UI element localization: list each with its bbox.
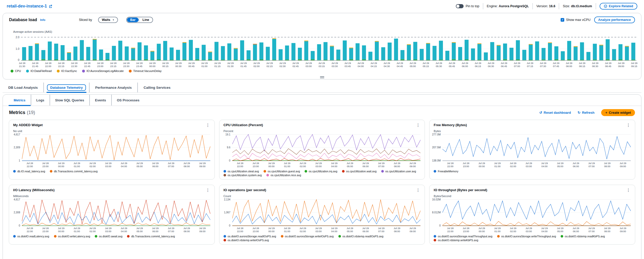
kebab-menu-icon[interactable]: ⋮ — [205, 188, 211, 192]
legend-item[interactable]: os.cpuUtilization.wait.avg — [342, 170, 377, 173]
widget-plot[interactable] — [442, 199, 631, 226]
subtab-slow-sql-queries[interactable]: Slow SQL Queries — [50, 95, 89, 106]
legend-label: os.diskIO.writeLatency.avg — [58, 235, 90, 238]
series-line — [442, 201, 631, 221]
widgets-grid: My ADDED Widget ⋮ No unit 4,617 2,309 1 … — [3, 118, 641, 249]
widget-plot[interactable] — [232, 134, 421, 161]
x-tick-label: Jul 2903:00 — [526, 162, 532, 168]
bar-toggle-option[interactable]: Bar — [127, 18, 139, 22]
legend-item[interactable]: os.diskIO.await.avg — [95, 235, 122, 238]
x-tick-label: Jul 2823:00 — [42, 227, 49, 233]
slice-dropdown[interactable]: Waits ▼ — [98, 17, 118, 23]
x-tick-label: Jul 2900:15 — [162, 62, 169, 68]
legend-item[interactable]: os.diskIO.auroraStorage.readIOsPS.avg — [224, 235, 276, 238]
widget-unit-label: Milliseconds — [9, 192, 214, 199]
series-line — [232, 149, 421, 155]
legend-label: os.diskIO.rdstemp.writeKbPS.avg — [438, 239, 478, 242]
x-tick-label: Jul 2900:45 — [188, 62, 195, 68]
legend-item[interactable]: os.cpuUtilization.nice.avg — [266, 174, 301, 177]
x-tick-label: Jul 2822:00 — [27, 227, 33, 233]
legend-item[interactable]: FreeableMemory — [434, 170, 458, 173]
x-tick-label: Jul 2904:00 — [121, 227, 127, 233]
kebab-menu-icon[interactable]: ⋮ — [626, 123, 631, 127]
telemetry-panel: Metrics Logs Slow SQL Queries Events OS … — [3, 94, 641, 259]
tab-db-load-analysis[interactable]: DB Load Analysis — [3, 83, 43, 92]
sliced-by-label: Sliced by — [79, 18, 92, 22]
widget-plot[interactable] — [22, 199, 210, 226]
legend-swatch — [57, 70, 60, 72]
tab-database-telemetry[interactable]: Database Telemetry — [43, 83, 89, 92]
x-tick-label: Jul 2903:15 — [318, 62, 325, 68]
create-widget-button[interactable]: +Create widget — [601, 109, 635, 116]
x-tick-label: Jul 2908:00 — [184, 227, 190, 233]
subtab-metrics[interactable]: Metrics — [9, 95, 31, 106]
kebab-menu-icon[interactable]: ⋮ — [415, 123, 421, 127]
widget-plot[interactable] — [22, 134, 210, 161]
legend-item[interactable]: os.diskIO.auroraStorage.writeIOsPS.avg — [281, 235, 334, 238]
refresh-button[interactable]: ↻Refresh — [578, 111, 594, 115]
legend-item[interactable]: os.cpuUtilization.irq.avg — [305, 170, 337, 173]
legend-item[interactable]: os.diskIO.rdstemp.writeIOsPS.avg — [224, 239, 269, 242]
x-tick-label: Jul 2904:00 — [331, 162, 337, 168]
y-tick: 2,134 — [224, 198, 230, 201]
kebab-menu-icon[interactable]: ⋮ — [415, 188, 421, 192]
legend-item[interactable]: IO:XactSync — [57, 69, 77, 72]
x-tick-label: Jul 2906:00 — [573, 227, 579, 233]
legend-item[interactable]: os.diskIO.readLatency.avg — [13, 235, 49, 238]
line-toggle-option[interactable]: Line — [139, 18, 152, 22]
subtab-os-processes[interactable]: OS Processes — [111, 95, 145, 106]
plus-icon: + — [605, 111, 607, 115]
x-tick-label: Jul 2909:00 — [199, 227, 205, 233]
legend-item[interactable]: db.IO.read_latency.avg — [13, 170, 45, 173]
x-tick-label: Jul 2908:45 — [605, 62, 611, 68]
widget-plot[interactable] — [442, 134, 631, 161]
divider — [559, 3, 559, 9]
legend-item[interactable]: IO:AuroraStorageLogAllocate — [82, 69, 124, 72]
legend-item[interactable]: db.Transactions.commit_latency.avg — [127, 235, 175, 238]
legend-item[interactable]: db.Transactions.commit_latency.avg — [50, 170, 98, 173]
legend-item[interactable]: os.diskIO.auroraStorage.writeThroughput.… — [497, 235, 556, 238]
legend-item[interactable]: Timeout:VacuumDelay — [129, 69, 162, 72]
y-tick: 1,067 — [224, 211, 230, 214]
x-tick-label: Jul 2905:45 — [449, 62, 455, 68]
x-tick-label: Jul 2907:15 — [527, 62, 533, 68]
legend-swatch — [127, 235, 130, 238]
legend-item[interactable]: os.cpuUtilization.system.avg — [224, 174, 262, 177]
x-tick-label: Jul 2822:45 — [84, 62, 90, 68]
info-link[interactable]: Info — [40, 18, 45, 21]
x-tick-label: Jul 2900:00 — [268, 227, 275, 233]
legend-item[interactable]: CPU — [11, 69, 21, 72]
legend-item[interactable]: os.cpuUtilization.guest.avg — [264, 170, 300, 173]
pin-to-top-toggle[interactable]: Pin to top — [456, 4, 479, 8]
legend-item[interactable]: os.diskIO.rdstemp.writeKbPS.avg — [434, 239, 478, 242]
instance-title-link[interactable]: retail-dev-instance-1 — [7, 4, 52, 9]
legend-item[interactable]: os.diskIO.writeLatency.avg — [54, 235, 90, 238]
show-max-vcpu-checkbox[interactable]: ✓ Show max vCPU — [561, 18, 590, 22]
legend-item[interactable]: IO:DataFileRead — [26, 69, 52, 72]
subtab-logs[interactable]: Logs — [31, 95, 50, 106]
telemetry-subtabs: Metrics Logs Slow SQL Queries Events OS … — [3, 95, 641, 106]
kebab-menu-icon[interactable]: ⋮ — [626, 188, 631, 192]
x-tick-label: Jul 2908:00 — [394, 162, 400, 168]
legend-item[interactable]: os.cpuUtilization.steal.avg — [224, 170, 259, 173]
db-load-plot[interactable] — [21, 35, 637, 61]
subtab-events[interactable]: Events — [89, 95, 111, 106]
tab-performance-analysis[interactable]: Performance Analysis — [89, 83, 137, 92]
resize-handle[interactable] — [320, 76, 324, 78]
widget-plot[interactable] — [232, 199, 421, 226]
x-tick-label: Jul 2822:00 — [447, 162, 454, 168]
x-tick-label: Jul 2903:00 — [105, 227, 112, 233]
tab-calling-services[interactable]: Calling Services — [137, 83, 176, 92]
explore-related-button[interactable]: Explore Related — [600, 3, 637, 10]
legend-item[interactable]: os.diskIO.auroraStorage.readThroughput.a… — [434, 235, 492, 238]
legend-item[interactable]: os.cpuUtilization.user.avg — [381, 170, 416, 173]
analyze-performance-button[interactable]: Analyze performance — [594, 17, 635, 23]
metric-widget: CPU Utilization (Percent) ⋮ Percent 19.1… — [219, 120, 425, 180]
legend-item[interactable]: os.diskIO.rdstemp.readKbPS.avg — [561, 235, 605, 238]
x-tick-label: Jul 2901:00 — [74, 162, 80, 168]
reset-dashboard-button[interactable]: ↺Reset dashboard — [539, 111, 571, 115]
kebab-menu-icon[interactable]: ⋮ — [205, 123, 211, 127]
y-axis-ticks: 16.02M 8.012M 0 — [430, 199, 442, 226]
legend-item[interactable]: os.diskIO.rdstemp.readIOsPS.avg — [338, 235, 384, 238]
x-tick-label: Jul 2822:00 — [237, 162, 243, 168]
